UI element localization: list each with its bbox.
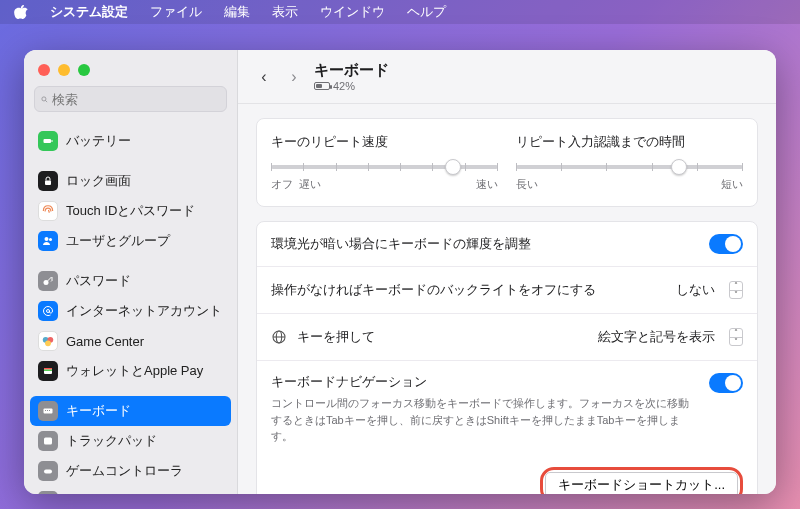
sidebar-item-label: Game Center: [66, 334, 144, 349]
row-brightness: 環境光が暗い場合にキーボードの輝度を調整: [257, 222, 757, 266]
sidebar-item-gamecenter[interactable]: Game Center: [30, 326, 231, 356]
svg-point-11: [45, 340, 51, 346]
delay-label: リピート入力認識までの時間: [516, 133, 743, 151]
lock-icon: [38, 171, 58, 191]
svg-rect-16: [45, 410, 46, 411]
search-input[interactable]: [52, 92, 220, 107]
kbnav-label: キーボードナビゲーション: [271, 373, 699, 391]
gamecenter-icon: [38, 331, 58, 351]
svg-rect-4: [45, 181, 51, 186]
delay-slider-group: リピート入力認識までの時間 長い 短い: [516, 133, 743, 192]
sidebar-item-trackpad[interactable]: トラックパッド: [30, 426, 231, 456]
at-icon: [38, 301, 58, 321]
keyboard-settings-card: 環境光が暗い場合にキーボードの輝度を調整 操作がなければキーボードのバックライト…: [256, 221, 758, 494]
globe-icon: [271, 329, 287, 345]
wallet-icon: [38, 361, 58, 381]
svg-rect-2: [44, 139, 52, 143]
battery-icon: [314, 82, 330, 90]
delay-slider[interactable]: [516, 165, 743, 169]
settings-window: バッテリーロック画面Touch IDとパスワードユーザとグループパスワードインタ…: [24, 50, 776, 494]
menubar-edit[interactable]: 編集: [224, 3, 250, 21]
keyboard-shortcuts-button[interactable]: キーボードショートカット...: [545, 472, 738, 495]
globe-select[interactable]: 絵文字と記号を表示: [594, 326, 719, 348]
menubar-file[interactable]: ファイル: [150, 3, 202, 21]
menubar: システム設定 ファイル 編集 表示 ウインドウ ヘルプ: [0, 0, 800, 24]
keyboard-icon: [38, 401, 58, 421]
row-keyboard-nav: キーボードナビゲーション コントロール間のフォーカス移動をキーボードで操作します…: [257, 360, 757, 457]
svg-line-1: [45, 100, 47, 102]
apple-menu[interactable]: [14, 5, 28, 19]
sidebar-item-label: ウォレットとApple Pay: [66, 362, 203, 380]
sidebar-item-wallet[interactable]: ウォレットとApple Pay: [30, 356, 231, 386]
row-backlight-off: 操作がなければキーボードのバックライトをオフにする しない ˄˅: [257, 266, 757, 313]
key-icon: [38, 271, 58, 291]
sidebar-item-label: ユーザとグループ: [66, 232, 170, 250]
menubar-help[interactable]: ヘルプ: [407, 3, 446, 21]
backlight-off-stepper[interactable]: ˄˅: [729, 281, 743, 299]
globe-stepper[interactable]: ˄˅: [729, 328, 743, 346]
forward-button[interactable]: ›: [284, 68, 304, 86]
fingerprint-icon: [38, 201, 58, 221]
svg-rect-18: [49, 410, 50, 411]
sidebar-item-label: バッテリー: [66, 132, 131, 150]
svg-rect-13: [44, 368, 52, 370]
shortcut-highlight: キーボードショートカット...: [540, 467, 743, 495]
sidebar-item-label: インターネットアカウント: [66, 302, 222, 320]
menubar-app-name[interactable]: システム設定: [50, 3, 128, 21]
sidebar-item-label: パスワード: [66, 272, 131, 290]
sidebar: バッテリーロック画面Touch IDとパスワードユーザとグループパスワードインタ…: [24, 50, 238, 494]
traffic-lights: [24, 60, 237, 86]
printer-icon: [38, 491, 58, 494]
repeat-card: キーのリピート速度 オフ 遅い 速い リピート入力認識までの時間: [256, 118, 758, 207]
minimize-button[interactable]: [58, 64, 70, 76]
sidebar-item-label: トラックパッド: [66, 432, 157, 450]
key-repeat-slider[interactable]: [271, 165, 498, 169]
sidebar-item-label: キーボード: [66, 402, 131, 420]
sidebar-item-at[interactable]: インターネットアカウント: [30, 296, 231, 326]
brightness-toggle[interactable]: [709, 234, 743, 254]
sidebar-item-users[interactable]: ユーザとグループ: [30, 226, 231, 256]
sidebar-item-battery[interactable]: バッテリー: [30, 126, 231, 156]
trackpad-icon: [38, 431, 58, 451]
svg-rect-14: [44, 370, 52, 372]
sidebar-list: バッテリーロック画面Touch IDとパスワードユーザとグループパスワードインタ…: [24, 122, 237, 494]
backlight-off-label: 操作がなければキーボードのバックライトをオフにする: [271, 281, 662, 299]
brightness-label: 環境光が暗い場合にキーボードの輝度を調整: [271, 235, 699, 253]
key-repeat-label: キーのリピート速度: [271, 133, 498, 151]
shortcut-row: キーボードショートカット...: [257, 457, 757, 495]
search-icon: [41, 93, 48, 106]
controller-icon: [38, 461, 58, 481]
back-button[interactable]: ‹: [254, 68, 274, 86]
sidebar-item-label: ゲームコントローラ: [66, 462, 183, 480]
menubar-view[interactable]: 表示: [272, 3, 298, 21]
svg-point-6: [49, 238, 52, 241]
sidebar-item-fingerprint[interactable]: Touch IDとパスワード: [30, 196, 231, 226]
page-title: キーボード: [314, 61, 389, 80]
sidebar-item-label: ロック画面: [66, 172, 131, 190]
svg-point-0: [42, 96, 46, 100]
svg-rect-20: [44, 470, 52, 474]
key-repeat-slider-group: キーのリピート速度 オフ 遅い 速い: [271, 133, 498, 192]
kbnav-toggle[interactable]: [709, 373, 743, 393]
sidebar-item-controller[interactable]: ゲームコントローラ: [30, 456, 231, 486]
svg-rect-3: [52, 140, 53, 142]
header: ‹ › キーボード 42%: [238, 50, 776, 104]
users-icon: [38, 231, 58, 251]
battery-icon: [38, 131, 58, 151]
svg-point-5: [45, 237, 49, 241]
battery-status: 42%: [314, 80, 389, 92]
search-field[interactable]: [34, 86, 227, 112]
row-globe-key: キーを押して 絵文字と記号を表示 ˄˅: [257, 313, 757, 360]
battery-percent: 42%: [333, 80, 355, 92]
sidebar-item-keyboard[interactable]: キーボード: [30, 396, 231, 426]
sidebar-item-lock[interactable]: ロック画面: [30, 166, 231, 196]
sidebar-item-key[interactable]: パスワード: [30, 266, 231, 296]
globe-label: キーを押して: [297, 328, 584, 346]
zoom-button[interactable]: [78, 64, 90, 76]
svg-rect-17: [47, 410, 48, 411]
backlight-off-select[interactable]: しない: [672, 279, 719, 301]
content: キーのリピート速度 オフ 遅い 速い リピート入力認識までの時間: [238, 104, 776, 494]
menubar-window[interactable]: ウインドウ: [320, 3, 385, 21]
close-button[interactable]: [38, 64, 50, 76]
sidebar-item-printer[interactable]: プリンタとスキャナ: [30, 486, 231, 494]
